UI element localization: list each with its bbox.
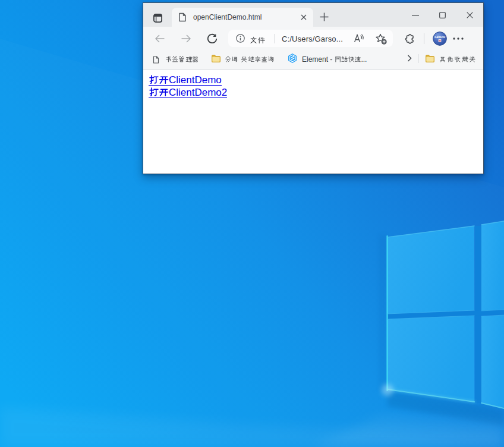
svg-text:GARSON: GARSON — [434, 36, 445, 39]
